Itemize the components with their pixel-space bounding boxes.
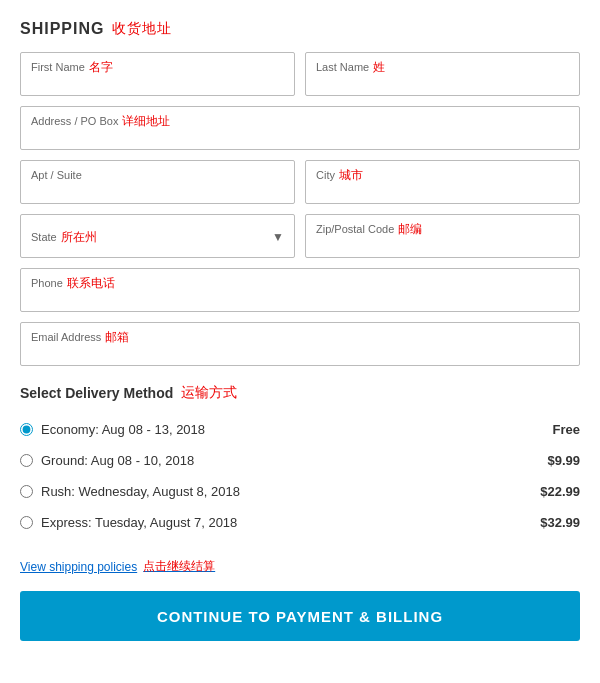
delivery-section: Select Delivery Method 运输方式 Economy: Aug… xyxy=(20,384,580,538)
delivery-radio-rush[interactable] xyxy=(20,485,33,498)
delivery-price-ground: $9.99 xyxy=(547,453,580,468)
city-label: City 城市 xyxy=(316,167,569,184)
phone-input[interactable] xyxy=(31,293,569,308)
delivery-option-ground: Ground: Aug 08 - 10, 2018$9.99 xyxy=(20,445,580,476)
delivery-label-rush[interactable]: Rush: Wednesday, August 8, 2018 xyxy=(20,484,540,499)
email-label: Email Address 邮箱 xyxy=(31,329,569,346)
section-title: SHIPPING 收货地址 xyxy=(20,20,580,38)
shipping-title-cn: 收货地址 xyxy=(112,20,172,38)
first-name-label: First Name 名字 xyxy=(31,59,284,76)
delivery-price-rush: $22.99 xyxy=(540,484,580,499)
delivery-radio-express[interactable] xyxy=(20,516,33,529)
zip-input[interactable] xyxy=(316,239,569,254)
first-name-input[interactable] xyxy=(31,77,284,92)
address-input[interactable] xyxy=(31,131,569,146)
email-row: Email Address 邮箱 xyxy=(20,322,580,366)
delivery-option-express: Express: Tuesday, August 7, 2018$32.99 xyxy=(20,507,580,538)
delivery-radio-ground[interactable] xyxy=(20,454,33,467)
continue-button[interactable]: CONTINUE TO PAYMENT & BILLING xyxy=(20,591,580,641)
state-field[interactable]: State 所在州 ▼ xyxy=(20,214,295,258)
delivery-label-ground[interactable]: Ground: Aug 08 - 10, 2018 xyxy=(20,453,547,468)
delivery-price-express: $32.99 xyxy=(540,515,580,530)
city-input[interactable] xyxy=(316,185,569,200)
address-field: Address / PO Box 详细地址 xyxy=(20,106,580,150)
phone-field: Phone 联系电话 xyxy=(20,268,580,312)
apt-city-row: Apt / Suite City 城市 xyxy=(20,160,580,204)
first-name-field: First Name 名字 xyxy=(20,52,295,96)
delivery-radio-economy[interactable] xyxy=(20,423,33,436)
phone-label: Phone 联系电话 xyxy=(31,275,569,292)
last-name-label: Last Name 姓 xyxy=(316,59,569,76)
delivery-price-economy: Free xyxy=(553,422,580,437)
delivery-options: Economy: Aug 08 - 13, 2018FreeGround: Au… xyxy=(20,414,580,538)
zip-field: Zip/Postal Code 邮编 xyxy=(305,214,580,258)
delivery-option-rush: Rush: Wednesday, August 8, 2018$22.99 xyxy=(20,476,580,507)
address-row: Address / PO Box 详细地址 xyxy=(20,106,580,150)
address-label: Address / PO Box 详细地址 xyxy=(31,113,569,130)
name-row: First Name 名字 Last Name 姓 xyxy=(20,52,580,96)
apt-suite-input[interactable] xyxy=(31,182,284,197)
delivery-title: Select Delivery Method 运输方式 xyxy=(20,384,580,402)
view-policies-link[interactable]: View shipping policies 点击继续结算 xyxy=(20,558,215,575)
policies-row: View shipping policies 点击继续结算 xyxy=(20,548,580,575)
email-input[interactable] xyxy=(31,347,569,362)
delivery-label-economy[interactable]: Economy: Aug 08 - 13, 2018 xyxy=(20,422,553,437)
delivery-label-express[interactable]: Express: Tuesday, August 7, 2018 xyxy=(20,515,540,530)
email-field: Email Address 邮箱 xyxy=(20,322,580,366)
last-name-input[interactable] xyxy=(316,77,569,92)
city-field: City 城市 xyxy=(305,160,580,204)
zip-label: Zip/Postal Code 邮编 xyxy=(316,221,569,238)
apt-suite-field: Apt / Suite xyxy=(20,160,295,204)
apt-suite-label: Apt / Suite xyxy=(31,169,284,181)
state-zip-row: State 所在州 ▼ Zip/Postal Code 邮编 xyxy=(20,214,580,258)
phone-row: Phone 联系电话 xyxy=(20,268,580,312)
shipping-title: SHIPPING xyxy=(20,20,104,38)
last-name-field: Last Name 姓 xyxy=(305,52,580,96)
delivery-option-economy: Economy: Aug 08 - 13, 2018Free xyxy=(20,414,580,445)
